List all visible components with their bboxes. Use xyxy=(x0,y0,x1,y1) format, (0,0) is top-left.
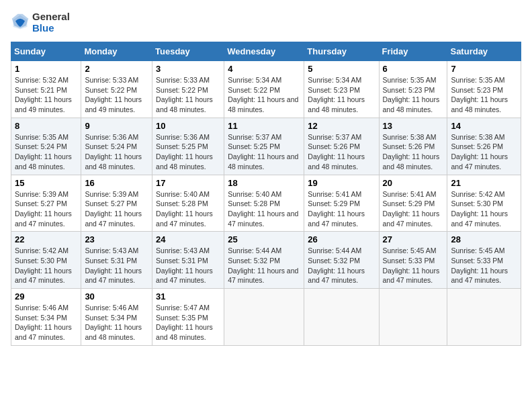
day-info: Sunrise: 5:46 AM Sunset: 5:34 PM Dayligh… xyxy=(15,303,77,342)
day-info: Sunrise: 5:38 AM Sunset: 5:26 PM Dayligh… xyxy=(451,132,517,172)
weekday-header-tuesday: Tuesday xyxy=(152,42,224,61)
day-info: Sunrise: 5:36 AM Sunset: 5:24 PM Dayligh… xyxy=(85,132,148,172)
day-info: Sunrise: 5:47 AM Sunset: 5:35 PM Dayligh… xyxy=(156,303,220,342)
logo-icon xyxy=(11,13,30,32)
day-info: Sunrise: 5:44 AM Sunset: 5:32 PM Dayligh… xyxy=(228,246,300,285)
day-info: Sunrise: 5:39 AM Sunset: 5:27 PM Dayligh… xyxy=(85,189,148,229)
calendar-cell: 3 Sunrise: 5:33 AM Sunset: 5:22 PM Dayli… xyxy=(152,61,224,118)
calendar-cell: 19 Sunrise: 5:41 AM Sunset: 5:29 PM Dayl… xyxy=(304,175,379,232)
calendar-cell: 23 Sunrise: 5:43 AM Sunset: 5:31 PM Dayl… xyxy=(81,232,152,289)
day-number: 14 xyxy=(451,121,517,131)
day-info: Sunrise: 5:33 AM Sunset: 5:22 PM Dayligh… xyxy=(156,75,220,115)
calendar-cell: 16 Sunrise: 5:39 AM Sunset: 5:27 PM Dayl… xyxy=(81,175,152,232)
calendar-cell xyxy=(304,289,379,346)
calendar-cell: 13 Sunrise: 5:38 AM Sunset: 5:26 PM Dayl… xyxy=(379,118,447,175)
day-number: 31 xyxy=(156,291,220,302)
day-number: 19 xyxy=(308,178,375,188)
day-number: 27 xyxy=(383,234,444,244)
day-number: 23 xyxy=(85,234,148,244)
day-info: Sunrise: 5:46 AM Sunset: 5:34 PM Dayligh… xyxy=(85,303,148,342)
day-info: Sunrise: 5:32 AM Sunset: 5:21 PM Dayligh… xyxy=(15,75,77,115)
day-number: 10 xyxy=(156,121,220,131)
day-info: Sunrise: 5:35 AM Sunset: 5:24 PM Dayligh… xyxy=(15,132,77,172)
calendar-cell: 8 Sunrise: 5:35 AM Sunset: 5:24 PM Dayli… xyxy=(11,118,81,175)
calendar-cell: 27 Sunrise: 5:45 AM Sunset: 5:33 PM Dayl… xyxy=(379,232,447,289)
calendar-cell: 21 Sunrise: 5:42 AM Sunset: 5:30 PM Dayl… xyxy=(447,175,521,232)
day-info: Sunrise: 5:43 AM Sunset: 5:31 PM Dayligh… xyxy=(156,246,220,285)
calendar-cell: 7 Sunrise: 5:35 AM Sunset: 5:23 PM Dayli… xyxy=(447,61,521,118)
logo-text: General Blue xyxy=(32,11,70,34)
day-number: 7 xyxy=(451,64,517,74)
weekday-header-thursday: Thursday xyxy=(304,42,379,61)
calendar-cell: 24 Sunrise: 5:43 AM Sunset: 5:31 PM Dayl… xyxy=(152,232,224,289)
day-info: Sunrise: 5:37 AM Sunset: 5:25 PM Dayligh… xyxy=(228,132,300,172)
day-number: 12 xyxy=(308,121,375,131)
day-info: Sunrise: 5:43 AM Sunset: 5:31 PM Dayligh… xyxy=(85,246,148,285)
calendar-week-row: 15 Sunrise: 5:39 AM Sunset: 5:27 PM Dayl… xyxy=(11,175,521,232)
day-info: Sunrise: 5:41 AM Sunset: 5:29 PM Dayligh… xyxy=(308,189,375,229)
logo: General Blue xyxy=(11,11,70,34)
weekday-header-sunday: Sunday xyxy=(11,42,81,61)
weekday-header-row: SundayMondayTuesdayWednesdayThursdayFrid… xyxy=(11,42,521,61)
day-number: 4 xyxy=(228,64,300,74)
calendar-table: SundayMondayTuesdayWednesdayThursdayFrid… xyxy=(11,42,521,346)
day-number: 29 xyxy=(15,291,77,302)
weekday-header-friday: Friday xyxy=(379,42,447,61)
calendar-week-row: 22 Sunrise: 5:42 AM Sunset: 5:30 PM Dayl… xyxy=(11,232,521,289)
day-info: Sunrise: 5:38 AM Sunset: 5:26 PM Dayligh… xyxy=(383,132,444,172)
day-info: Sunrise: 5:33 AM Sunset: 5:22 PM Dayligh… xyxy=(85,75,148,115)
day-info: Sunrise: 5:34 AM Sunset: 5:22 PM Dayligh… xyxy=(228,75,300,115)
calendar-cell: 6 Sunrise: 5:35 AM Sunset: 5:23 PM Dayli… xyxy=(379,61,447,118)
day-number: 11 xyxy=(228,121,300,131)
day-number: 25 xyxy=(228,234,300,244)
calendar-cell: 29 Sunrise: 5:46 AM Sunset: 5:34 PM Dayl… xyxy=(11,289,81,346)
calendar-cell: 9 Sunrise: 5:36 AM Sunset: 5:24 PM Dayli… xyxy=(81,118,152,175)
day-number: 21 xyxy=(451,178,517,188)
day-number: 6 xyxy=(383,64,444,74)
calendar-cell: 18 Sunrise: 5:40 AM Sunset: 5:28 PM Dayl… xyxy=(224,175,304,232)
day-info: Sunrise: 5:44 AM Sunset: 5:32 PM Dayligh… xyxy=(308,246,375,285)
calendar-week-row: 29 Sunrise: 5:46 AM Sunset: 5:34 PM Dayl… xyxy=(11,289,521,346)
calendar-cell: 1 Sunrise: 5:32 AM Sunset: 5:21 PM Dayli… xyxy=(11,61,81,118)
day-info: Sunrise: 5:36 AM Sunset: 5:25 PM Dayligh… xyxy=(156,132,220,172)
day-number: 28 xyxy=(451,234,517,244)
day-info: Sunrise: 5:42 AM Sunset: 5:30 PM Dayligh… xyxy=(451,189,517,229)
day-number: 13 xyxy=(383,121,444,131)
weekday-header-monday: Monday xyxy=(81,42,152,61)
calendar-cell: 10 Sunrise: 5:36 AM Sunset: 5:25 PM Dayl… xyxy=(152,118,224,175)
calendar-cell: 4 Sunrise: 5:34 AM Sunset: 5:22 PM Dayli… xyxy=(224,61,304,118)
day-number: 24 xyxy=(156,234,220,244)
calendar-cell: 2 Sunrise: 5:33 AM Sunset: 5:22 PM Dayli… xyxy=(81,61,152,118)
day-info: Sunrise: 5:45 AM Sunset: 5:33 PM Dayligh… xyxy=(451,246,517,285)
calendar-cell: 25 Sunrise: 5:44 AM Sunset: 5:32 PM Dayl… xyxy=(224,232,304,289)
calendar-cell: 17 Sunrise: 5:40 AM Sunset: 5:28 PM Dayl… xyxy=(152,175,224,232)
day-info: Sunrise: 5:42 AM Sunset: 5:30 PM Dayligh… xyxy=(15,246,77,285)
day-number: 20 xyxy=(383,178,444,188)
day-number: 9 xyxy=(85,121,148,131)
calendar-cell xyxy=(224,289,304,346)
weekday-header-wednesday: Wednesday xyxy=(224,42,304,61)
calendar-cell: 31 Sunrise: 5:47 AM Sunset: 5:35 PM Dayl… xyxy=(152,289,224,346)
day-info: Sunrise: 5:39 AM Sunset: 5:27 PM Dayligh… xyxy=(15,189,77,229)
calendar-cell: 30 Sunrise: 5:46 AM Sunset: 5:34 PM Dayl… xyxy=(81,289,152,346)
day-number: 18 xyxy=(228,178,300,188)
day-number: 17 xyxy=(156,178,220,188)
day-info: Sunrise: 5:34 AM Sunset: 5:23 PM Dayligh… xyxy=(308,75,375,115)
calendar-cell: 14 Sunrise: 5:38 AM Sunset: 5:26 PM Dayl… xyxy=(447,118,521,175)
calendar-cell: 12 Sunrise: 5:37 AM Sunset: 5:26 PM Dayl… xyxy=(304,118,379,175)
day-number: 16 xyxy=(85,178,148,188)
calendar-cell xyxy=(447,289,521,346)
day-number: 8 xyxy=(15,121,77,131)
day-number: 2 xyxy=(85,64,148,74)
day-number: 30 xyxy=(85,291,148,302)
calendar-cell: 22 Sunrise: 5:42 AM Sunset: 5:30 PM Dayl… xyxy=(11,232,81,289)
calendar-cell: 5 Sunrise: 5:34 AM Sunset: 5:23 PM Dayli… xyxy=(304,61,379,118)
calendar-cell: 11 Sunrise: 5:37 AM Sunset: 5:25 PM Dayl… xyxy=(224,118,304,175)
day-info: Sunrise: 5:35 AM Sunset: 5:23 PM Dayligh… xyxy=(383,75,444,115)
day-info: Sunrise: 5:35 AM Sunset: 5:23 PM Dayligh… xyxy=(451,75,517,115)
page-header: General Blue xyxy=(11,11,521,34)
weekday-header-saturday: Saturday xyxy=(447,42,521,61)
day-info: Sunrise: 5:40 AM Sunset: 5:28 PM Dayligh… xyxy=(228,189,300,229)
day-number: 3 xyxy=(156,64,220,74)
day-number: 1 xyxy=(15,64,77,74)
